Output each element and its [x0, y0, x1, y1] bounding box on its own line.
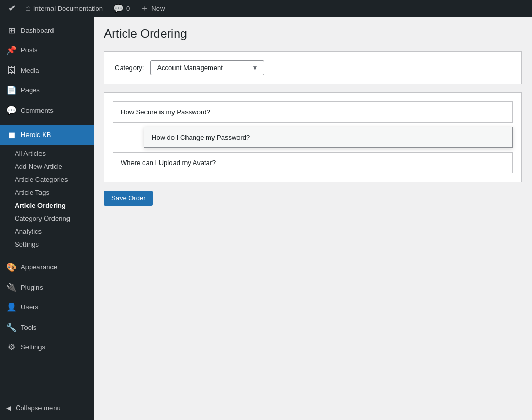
category-select[interactable]: Account Management ▼	[150, 60, 264, 75]
page-title: Article Ordering	[104, 27, 522, 41]
dashboard-icon: ⊞	[6, 25, 17, 36]
sidebar-label-heroickb: Heroic KB	[21, 130, 51, 140]
sidebar-item-users[interactable]: 👤 Users	[0, 297, 94, 317]
new-label: New	[151, 5, 165, 12]
heroickb-settings-label: Settings	[15, 240, 39, 248]
sidebar-item-appearance[interactable]: 🎨 Appearance	[0, 258, 94, 277]
article-title: How Secure is my Password?	[121, 108, 210, 116]
sidebar-label-posts: Posts	[21, 46, 38, 55]
content-area: Article Ordering Category: Account Manag…	[94, 17, 532, 420]
article-item[interactable]: Where can I Upload my Avatar?	[113, 152, 513, 173]
article-ordering-label: Article Ordering	[15, 201, 66, 209]
category-ordering-label: Category Ordering	[15, 214, 70, 222]
sidebar-label-pages: Pages	[21, 86, 40, 95]
sidebar-label-plugins: Plugins	[21, 283, 43, 292]
article-title: Where can I Upload my Avatar?	[121, 159, 216, 167]
sidebar-item-analytics[interactable]: Analytics	[0, 225, 94, 238]
sidebar-item-article-categories[interactable]: Article Categories	[0, 173, 94, 186]
main-layout: ⊞ Dashboard 📌 Posts 🖼 Media 📄 Pages 💬 Co…	[0, 17, 532, 420]
sidebar-item-all-articles[interactable]: All Articles	[0, 147, 94, 160]
settings-icon: ⚙	[6, 342, 17, 353]
collapse-menu-label: Collapse menu	[16, 404, 61, 412]
sidebar-label-dashboard: Dashboard	[21, 26, 54, 35]
plugins-icon: 🔌	[6, 282, 17, 293]
sidebar-label-tools: Tools	[21, 323, 36, 332]
article-item[interactable]: How Secure is my Password?	[113, 101, 513, 123]
sidebar-item-media[interactable]: 🖼 Media	[0, 61, 94, 80]
users-icon: 👤	[6, 302, 17, 313]
posts-icon: 📌	[6, 45, 17, 56]
appearance-icon: 🎨	[6, 262, 17, 273]
sidebar-item-settings[interactable]: ⚙ Settings	[0, 337, 94, 357]
category-selected-value: Account Management	[157, 64, 222, 72]
pages-icon: 📄	[6, 85, 17, 96]
sidebar-heroickb-submenu: All Articles Add New Article Article Cat…	[0, 145, 94, 253]
sidebar-item-pages[interactable]: 📄 Pages	[0, 80, 94, 100]
admin-bar-site[interactable]: ⌂ Internal Documentation	[20, 0, 108, 17]
sidebar-item-heroickb[interactable]: ◼ Heroic KB	[0, 125, 94, 145]
category-label: Category:	[115, 64, 144, 72]
home-icon: ⌂	[25, 4, 31, 13]
sidebar-item-article-tags[interactable]: Article Tags	[0, 186, 94, 199]
article-item-dragging[interactable]: How do I Change my Password?	[144, 127, 513, 148]
plus-icon: ＋	[140, 3, 149, 14]
sidebar-item-posts[interactable]: 📌 Posts	[0, 40, 94, 60]
sidebar-item-heroickb-settings[interactable]: Settings	[0, 238, 94, 251]
article-list-container: How Secure is my Password? How do I Chan…	[104, 92, 522, 182]
sidebar-item-dashboard[interactable]: ⊞ Dashboard	[0, 21, 94, 40]
comments-count: 0	[126, 5, 130, 12]
sidebar-main-section: ⊞ Dashboard 📌 Posts 🖼 Media 📄 Pages 💬 Co…	[0, 17, 94, 361]
analytics-label: Analytics	[15, 227, 42, 235]
site-name: Internal Documentation	[33, 5, 103, 12]
add-new-article-label: Add New Article	[15, 162, 62, 170]
sidebar-item-category-ordering[interactable]: Category Ordering	[0, 212, 94, 225]
media-icon: 🖼	[6, 65, 17, 76]
sidebar-bottom: ◀ Collapse menu	[0, 400, 94, 420]
comments-nav-icon: 💬	[6, 105, 17, 116]
sidebar-item-comments[interactable]: 💬 Comments	[0, 101, 94, 120]
sidebar-label-comments: Comments	[21, 106, 54, 115]
sidebar-label-media: Media	[21, 66, 39, 75]
sidebar-label-appearance: Appearance	[21, 263, 57, 272]
sidebar-label-users: Users	[21, 303, 38, 312]
sidebar-item-tools[interactable]: 🔧 Tools	[0, 318, 94, 337]
chevron-down-icon: ▼	[251, 64, 258, 72]
comments-icon: 💬	[113, 4, 124, 13]
article-categories-label: Article Categories	[15, 175, 68, 183]
collapse-icon: ◀	[6, 404, 11, 412]
sidebar-item-article-ordering[interactable]: Article Ordering	[0, 199, 94, 212]
admin-bar-new[interactable]: ＋ New	[135, 0, 170, 17]
all-articles-label: All Articles	[15, 150, 46, 157]
sidebar-label-settings: Settings	[21, 343, 45, 352]
sidebar: ⊞ Dashboard 📌 Posts 🖼 Media 📄 Pages 💬 Co…	[0, 17, 94, 420]
article-title: How do I Change my Password?	[152, 133, 250, 141]
collapse-menu-button[interactable]: ◀ Collapse menu	[0, 400, 94, 416]
admin-bar: ✔ ⌂ Internal Documentation 💬 0 ＋ New	[0, 0, 532, 17]
heroickb-icon: ◼	[6, 129, 17, 141]
sidebar-item-plugins[interactable]: 🔌 Plugins	[0, 278, 94, 297]
admin-bar-comments[interactable]: 💬 0	[108, 0, 135, 17]
category-row: Category: Account Management ▼	[104, 51, 522, 84]
sidebar-item-add-new-article[interactable]: Add New Article	[0, 160, 94, 173]
tools-icon: 🔧	[6, 322, 17, 333]
save-order-button[interactable]: Save Order	[104, 191, 153, 206]
wp-logo-icon[interactable]: ✔	[4, 3, 20, 14]
article-tags-label: Article Tags	[15, 188, 49, 196]
